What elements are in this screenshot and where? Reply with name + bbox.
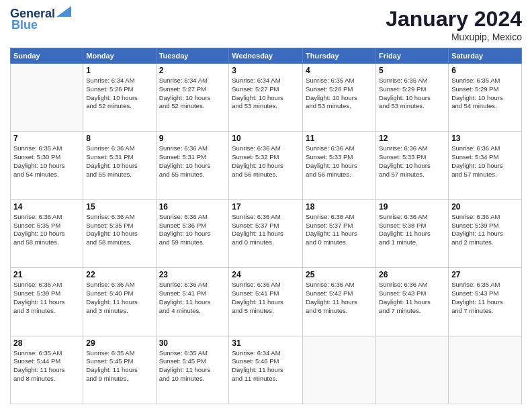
day-number: 27: [451, 270, 519, 279]
day-number: 22: [86, 270, 152, 279]
day-number: 1: [86, 66, 152, 75]
day-number: 26: [379, 270, 445, 279]
day-number: 30: [159, 338, 226, 348]
weekday-header-tuesday: Tuesday: [156, 48, 229, 64]
day-info: Sunrise: 6:36 AMSunset: 5:34 PMDaylight:…: [451, 144, 519, 179]
day-info: Sunrise: 6:36 AMSunset: 5:41 PMDaylight:…: [232, 281, 300, 315]
weekday-header-monday: Monday: [83, 48, 156, 64]
day-info: Sunrise: 6:35 AMSunset: 5:29 PMDaylight:…: [451, 77, 519, 111]
day-number: 16: [159, 202, 226, 212]
calendar-cell: 2Sunrise: 6:34 AMSunset: 5:27 PMDaylight…: [156, 64, 229, 132]
day-number: 3: [232, 66, 300, 75]
day-info: Sunrise: 6:34 AMSunset: 5:26 PMDaylight:…: [86, 77, 152, 111]
day-info: Sunrise: 6:36 AMSunset: 5:37 PMDaylight:…: [232, 213, 300, 247]
calendar-cell: 27Sunrise: 6:35 AMSunset: 5:43 PMDayligh…: [449, 268, 522, 336]
calendar-week-row: 7Sunrise: 6:35 AMSunset: 5:30 PMDaylight…: [11, 132, 522, 199]
calendar-cell: 25Sunrise: 6:36 AMSunset: 5:42 PMDayligh…: [303, 268, 376, 336]
calendar-cell: 29Sunrise: 6:35 AMSunset: 5:45 PMDayligh…: [83, 336, 156, 404]
day-number: 18: [306, 202, 373, 212]
day-number: 24: [232, 270, 300, 279]
day-info: Sunrise: 6:36 AMSunset: 5:31 PMDaylight:…: [159, 144, 226, 179]
day-number: 5: [379, 66, 445, 75]
day-number: 6: [451, 66, 519, 75]
calendar-cell: 9Sunrise: 6:36 AMSunset: 5:31 PMDaylight…: [156, 132, 229, 199]
page-header: General Blue January 2024 Muxupip, Mexic…: [10, 7, 522, 42]
day-info: Sunrise: 6:35 AMSunset: 5:43 PMDaylight:…: [451, 281, 519, 315]
title-block: January 2024 Muxupip, Mexico: [386, 7, 522, 42]
calendar-cell: 7Sunrise: 6:35 AMSunset: 5:30 PMDaylight…: [11, 132, 83, 199]
day-number: 29: [86, 338, 152, 348]
calendar-table: SundayMondayTuesdayWednesdayThursdayFrid…: [10, 48, 522, 404]
calendar-cell: [449, 336, 522, 404]
day-info: Sunrise: 6:36 AMSunset: 5:32 PMDaylight:…: [232, 144, 300, 179]
day-info: Sunrise: 6:36 AMSunset: 5:33 PMDaylight:…: [379, 144, 445, 179]
day-number: 13: [451, 134, 519, 143]
calendar-page: General Blue January 2024 Muxupip, Mexic…: [0, 0, 532, 411]
calendar-week-row: 28Sunrise: 6:35 AMSunset: 5:44 PMDayligh…: [11, 336, 522, 404]
calendar-cell: 19Sunrise: 6:36 AMSunset: 5:38 PMDayligh…: [376, 199, 449, 267]
calendar-cell: 20Sunrise: 6:36 AMSunset: 5:39 PMDayligh…: [449, 199, 522, 267]
weekday-header-row: SundayMondayTuesdayWednesdayThursdayFrid…: [11, 48, 522, 64]
calendar-cell: 1Sunrise: 6:34 AMSunset: 5:26 PMDaylight…: [83, 64, 156, 132]
calendar-cell: 14Sunrise: 6:36 AMSunset: 5:35 PMDayligh…: [11, 199, 83, 267]
day-info: Sunrise: 6:35 AMSunset: 5:28 PMDaylight:…: [306, 77, 373, 111]
day-number: 4: [306, 66, 373, 75]
calendar-cell: [11, 64, 83, 132]
weekday-header-saturday: Saturday: [449, 48, 522, 64]
calendar-cell: 12Sunrise: 6:36 AMSunset: 5:33 PMDayligh…: [376, 132, 449, 199]
month-title: January 2024: [386, 7, 522, 32]
day-number: 9: [159, 134, 226, 143]
day-number: 23: [159, 270, 226, 279]
calendar-cell: 28Sunrise: 6:35 AMSunset: 5:44 PMDayligh…: [11, 336, 83, 404]
day-info: Sunrise: 6:36 AMSunset: 5:41 PMDaylight:…: [159, 281, 226, 315]
calendar-cell: [376, 336, 449, 404]
calendar-week-row: 1Sunrise: 6:34 AMSunset: 5:26 PMDaylight…: [11, 64, 522, 132]
day-number: 7: [13, 134, 80, 143]
calendar-cell: 5Sunrise: 6:35 AMSunset: 5:29 PMDaylight…: [376, 64, 449, 132]
calendar-cell: 8Sunrise: 6:36 AMSunset: 5:31 PMDaylight…: [83, 132, 156, 199]
day-info: Sunrise: 6:36 AMSunset: 5:39 PMDaylight:…: [451, 213, 519, 247]
calendar-cell: 18Sunrise: 6:36 AMSunset: 5:37 PMDayligh…: [303, 199, 376, 267]
day-info: Sunrise: 6:36 AMSunset: 5:37 PMDaylight:…: [306, 213, 373, 247]
weekday-header-thursday: Thursday: [303, 48, 376, 64]
day-number: 31: [232, 338, 300, 348]
day-info: Sunrise: 6:34 AMSunset: 5:46 PMDaylight:…: [232, 349, 300, 383]
day-info: Sunrise: 6:36 AMSunset: 5:40 PMDaylight:…: [86, 281, 152, 315]
day-info: Sunrise: 6:36 AMSunset: 5:38 PMDaylight:…: [379, 213, 445, 247]
calendar-cell: 30Sunrise: 6:35 AMSunset: 5:45 PMDayligh…: [156, 336, 229, 404]
svg-marker-0: [56, 6, 71, 17]
calendar-cell: 15Sunrise: 6:36 AMSunset: 5:35 PMDayligh…: [83, 199, 156, 267]
calendar-cell: 13Sunrise: 6:36 AMSunset: 5:34 PMDayligh…: [449, 132, 522, 199]
day-number: 8: [86, 134, 152, 143]
calendar-cell: 6Sunrise: 6:35 AMSunset: 5:29 PMDaylight…: [449, 64, 522, 132]
calendar-cell: 4Sunrise: 6:35 AMSunset: 5:28 PMDaylight…: [303, 64, 376, 132]
calendar-cell: 23Sunrise: 6:36 AMSunset: 5:41 PMDayligh…: [156, 268, 229, 336]
calendar-cell: 3Sunrise: 6:34 AMSunset: 5:27 PMDaylight…: [229, 64, 303, 132]
day-number: 14: [13, 202, 80, 212]
calendar-week-row: 21Sunrise: 6:36 AMSunset: 5:39 PMDayligh…: [11, 268, 522, 336]
day-info: Sunrise: 6:36 AMSunset: 5:43 PMDaylight:…: [379, 281, 445, 315]
day-info: Sunrise: 6:36 AMSunset: 5:36 PMDaylight:…: [159, 213, 226, 247]
day-number: 21: [13, 270, 80, 279]
day-number: 28: [13, 338, 80, 348]
day-info: Sunrise: 6:34 AMSunset: 5:27 PMDaylight:…: [232, 77, 300, 111]
day-number: 15: [86, 202, 152, 212]
day-info: Sunrise: 6:34 AMSunset: 5:27 PMDaylight:…: [159, 77, 226, 111]
day-number: 2: [159, 66, 226, 75]
location: Muxupip, Mexico: [386, 32, 522, 42]
day-number: 17: [232, 202, 300, 212]
calendar-week-row: 14Sunrise: 6:36 AMSunset: 5:35 PMDayligh…: [11, 199, 522, 267]
calendar-cell: [303, 336, 376, 404]
day-info: Sunrise: 6:35 AMSunset: 5:30 PMDaylight:…: [13, 144, 80, 179]
day-info: Sunrise: 6:36 AMSunset: 5:33 PMDaylight:…: [306, 144, 373, 179]
calendar-cell: 10Sunrise: 6:36 AMSunset: 5:32 PMDayligh…: [229, 132, 303, 199]
day-number: 19: [379, 202, 445, 212]
day-info: Sunrise: 6:36 AMSunset: 5:35 PMDaylight:…: [13, 213, 80, 247]
day-info: Sunrise: 6:35 AMSunset: 5:44 PMDaylight:…: [13, 349, 80, 383]
calendar-cell: 31Sunrise: 6:34 AMSunset: 5:46 PMDayligh…: [229, 336, 303, 404]
day-info: Sunrise: 6:35 AMSunset: 5:45 PMDaylight:…: [159, 349, 226, 383]
day-info: Sunrise: 6:35 AMSunset: 5:45 PMDaylight:…: [86, 349, 152, 383]
day-info: Sunrise: 6:36 AMSunset: 5:35 PMDaylight:…: [86, 213, 152, 247]
logo-icon: [56, 6, 71, 17]
day-info: Sunrise: 6:36 AMSunset: 5:39 PMDaylight:…: [13, 281, 80, 315]
